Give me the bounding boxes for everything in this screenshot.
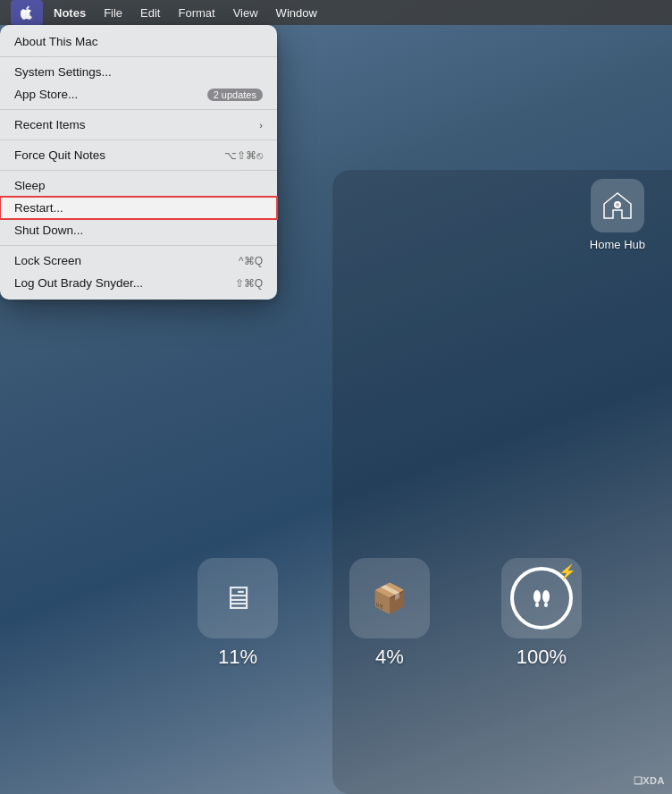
- airpods-earbuds-icon: [527, 584, 556, 612]
- menubar-notes[interactable]: Notes: [46, 4, 93, 21]
- menu-item-app-store[interactable]: App Store... 2 updates: [0, 83, 277, 106]
- monitor-icon: 🖥: [222, 579, 254, 617]
- menu-item-recent-items-label: Recent Items: [14, 118, 86, 131]
- menubar-file[interactable]: File: [97, 4, 130, 21]
- menu-item-force-quit-label: Force Quit Notes: [14, 148, 105, 162]
- lightning-icon: ⚡: [559, 563, 576, 580]
- svg-point-1: [616, 203, 619, 207]
- menubar: Notes File Edit Format View Window: [0, 0, 672, 25]
- airpods-icon-container: ⚡: [501, 558, 582, 638]
- svg-point-2: [533, 590, 541, 603]
- menubar-format[interactable]: Format: [171, 4, 222, 21]
- monitor-icon-container: 🖥: [197, 558, 278, 638]
- menu-item-sleep[interactable]: Sleep: [0, 174, 277, 197]
- home-hub-label: Home Hub: [590, 238, 645, 251]
- lock-screen-shortcut: ^⌘Q: [239, 255, 263, 267]
- force-quit-shortcut: ⌥⇧⌘⎋: [224, 149, 263, 162]
- menu-item-force-quit[interactable]: Force Quit Notes ⌥⇧⌘⎋: [0, 144, 277, 166]
- chevron-right-icon: ›: [259, 120, 263, 131]
- airpods-case-icon: 📦: [372, 581, 407, 615]
- menu-item-recent-items[interactable]: Recent Items ›: [0, 114, 277, 136]
- menu-item-restart[interactable]: Restart...: [0, 197, 277, 219]
- monitor-battery-pct: 11%: [218, 646, 257, 669]
- menu-item-log-out-label: Log Out Brady Snyder...: [14, 276, 143, 290]
- home-hub-icon: [591, 179, 644, 232]
- airpods-battery-item: ⚡ 100%: [501, 558, 582, 669]
- separator-4: [0, 170, 277, 171]
- case-battery-item: 📦 4%: [349, 558, 430, 669]
- menu-item-restart-label: Restart...: [14, 201, 63, 215]
- menu-item-system-settings[interactable]: System Settings...: [0, 61, 277, 83]
- airpods-battery-pct: 100%: [517, 646, 567, 669]
- log-out-shortcut: ⇧⌘Q: [235, 277, 263, 290]
- menu-item-shut-down[interactable]: Shut Down...: [0, 219, 277, 241]
- svg-rect-5: [544, 603, 548, 607]
- app-store-updates-badge: 2 updates: [207, 89, 263, 101]
- menu-item-sleep-label: Sleep: [14, 179, 46, 192]
- home-hub-widget: Home Hub: [590, 179, 645, 251]
- xda-watermark: ❏XDA: [634, 775, 665, 787]
- battery-row: 🖥 11% 📦 4% ⚡ 100%: [134, 558, 645, 669]
- menu-item-system-settings-label: System Settings...: [14, 65, 112, 79]
- menubar-view[interactable]: View: [226, 4, 265, 21]
- menu-item-log-out[interactable]: Log Out Brady Snyder... ⇧⌘Q: [0, 272, 277, 294]
- separator-2: [0, 109, 277, 110]
- home-icon: [601, 189, 634, 223]
- case-icon-container: 📦: [349, 558, 430, 638]
- svg-point-4: [542, 590, 550, 603]
- widgets-panel: [332, 170, 672, 794]
- menubar-edit[interactable]: Edit: [133, 4, 167, 21]
- airpods-circle: ⚡: [510, 567, 573, 629]
- menu-item-lock-screen[interactable]: Lock Screen ^⌘Q: [0, 249, 277, 272]
- menu-item-app-store-label: App Store...: [14, 88, 78, 101]
- menu-item-about-label: About This Mac: [14, 35, 98, 48]
- svg-rect-3: [535, 603, 539, 607]
- menu-item-about[interactable]: About This Mac: [0, 30, 277, 53]
- monitor-battery-item: 🖥 11%: [197, 558, 278, 669]
- apple-dropdown-menu: About This Mac System Settings... App St…: [0, 25, 277, 300]
- apple-menu-button[interactable]: [11, 0, 43, 25]
- separator-1: [0, 56, 277, 57]
- menu-item-lock-screen-label: Lock Screen: [14, 254, 81, 267]
- separator-3: [0, 139, 277, 140]
- menu-item-shut-down-label: Shut Down...: [14, 224, 83, 237]
- separator-5: [0, 245, 277, 246]
- case-battery-pct: 4%: [375, 646, 404, 669]
- menubar-window[interactable]: Window: [269, 4, 324, 21]
